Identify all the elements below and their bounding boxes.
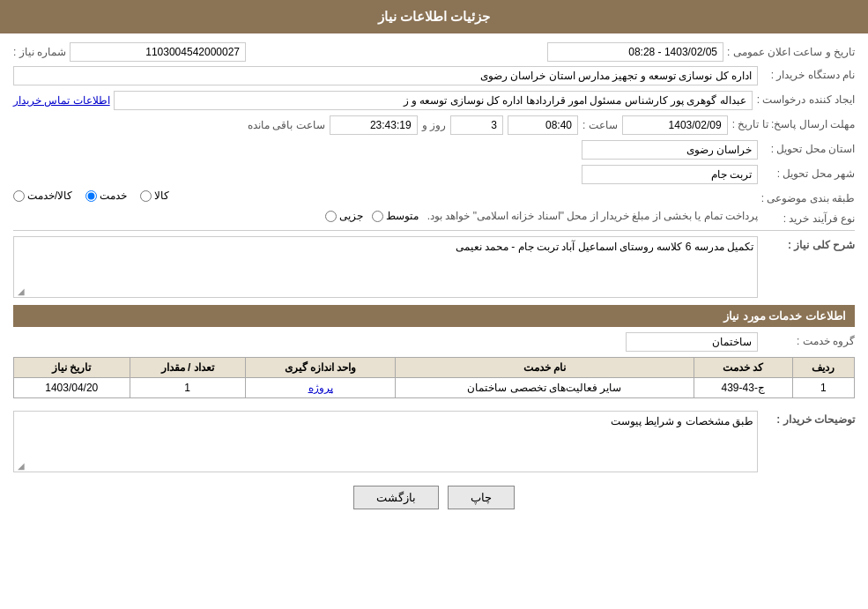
category-radio-khedmat[interactable] [85, 190, 97, 202]
city-content: تربت جام [13, 165, 758, 184]
resize-handle-1: ◢ [16, 286, 25, 295]
purchase-type-label-mutawasset: متوسط [386, 210, 419, 222]
response-time-label: ساعت : [582, 119, 618, 131]
need-description-content: تکمیل مدرسه 6 کلاسه روستای اسماعیل آباد … [13, 236, 758, 298]
response-days-label: روز و [422, 119, 446, 131]
creator-contact-link[interactable]: اطلاعات تماس خریدار [13, 94, 110, 107]
divider-1 [13, 230, 855, 231]
services-section-title: اطلاعات خدمات مورد نیاز [13, 305, 855, 327]
purchase-type-mutawasset: متوسط [372, 210, 419, 222]
buyer-desc-box: طبق مشخصات و شرایط پیوست ◢ [13, 411, 758, 472]
cell-unit[interactable]: پروژه [245, 378, 395, 398]
resize-handle-2: ◢ [16, 461, 25, 470]
response-deadline-content: 1403/02/09 ساعت : 08:40 3 روز و 23:43:19… [13, 115, 728, 135]
purchase-note: پرداخت تمام یا بخشی از مبلغ خریدار از مح… [427, 210, 758, 222]
province-label: استان محل تحویل : [758, 140, 855, 155]
services-table-body: 1 ج-43-439 سایر فعالیت‌های تخصصی ساختمان… [14, 378, 855, 398]
purchase-type-radio-mutawasset[interactable] [372, 211, 383, 222]
response-remaining-value: 23:43:19 [330, 115, 418, 135]
city-value: تربت جام [582, 165, 758, 184]
buyer-org-row: نام دستگاه خریدار : اداره کل نوسازی توسع… [13, 66, 855, 85]
category-radio-group: کالا/خدمت خدمت کالا [13, 189, 757, 202]
need-description-row: شرح کلی نیاز : تکمیل مدرسه 6 کلاسه روستا… [13, 236, 855, 298]
cell-date: 1403/04/20 [14, 378, 130, 398]
category-radio-kala[interactable] [140, 190, 152, 202]
cell-service-name: سایر فعالیت‌های تخصصی ساختمان [396, 378, 694, 398]
col-row-num: ردیف [792, 358, 854, 378]
purchase-type-label: نوع فرآیند خرید : [758, 210, 855, 225]
col-date: تاریخ نیاز [14, 358, 130, 378]
table-row: 1 ج-43-439 سایر فعالیت‌های تخصصی ساختمان… [14, 378, 855, 398]
province-content: خراسان رضوی [13, 140, 758, 160]
category-label-khedmat: خدمت [100, 189, 127, 202]
back-button[interactable]: بازگشت [353, 486, 439, 509]
creator-label: ایجاد کننده درخواست : [753, 91, 855, 106]
top-info-row: تاریخ و ساعت اعلان عمومی : 1403/02/05 - … [13, 42, 855, 62]
need-description-text: تکمیل مدرسه 6 کلاسه روستای اسماعیل آباد … [456, 241, 753, 253]
province-value: خراسان رضوی [582, 140, 758, 160]
response-deadline-label: مهلت ارسال پاسخ: تا تاریخ : [728, 115, 855, 130]
page-title: جزئیات اطلاعات نیاز [378, 9, 490, 24]
services-table: ردیف کد خدمت نام خدمت واحد اندازه گیری ت… [13, 357, 855, 398]
creator-value: عبداله گوهری پور کارشناس مسئول امور قرار… [114, 91, 753, 110]
category-label-kala: کالا [154, 189, 169, 202]
page-header: جزئیات اطلاعات نیاز [0, 0, 868, 33]
print-button[interactable]: چاپ [448, 486, 515, 509]
page-wrapper: جزئیات اطلاعات نیاز تاریخ و ساعت اعلان ع… [0, 0, 868, 609]
button-row: چاپ بازگشت [13, 486, 855, 509]
need-number-group: 1103004542000027 شماره نیاز : [13, 42, 246, 62]
need-number-label: شماره نیاز : [13, 46, 66, 58]
category-label-kala-khedmat: کالا/خدمت [27, 189, 72, 202]
cell-quantity: 1 [130, 378, 245, 398]
buyer-org-content: اداره کل نوسازی توسعه و تجهیز مدارس استا… [13, 66, 758, 85]
announce-date-label: تاریخ و ساعت اعلان عمومی : [727, 46, 855, 58]
buyer-org-label: نام دستگاه خریدار : [758, 66, 855, 81]
announce-date-value: 1403/02/05 - 08:28 [547, 42, 723, 62]
purchase-type-row: نوع فرآیند خرید : پرداخت تمام یا بخشی از… [13, 210, 855, 225]
buyer-desc-label: توضیحات خریدار : [758, 411, 855, 426]
category-content: کالا/خدمت خدمت کالا [13, 189, 757, 202]
service-group-row: گروه خدمت : ساختمان [13, 332, 855, 352]
service-group-value: ساختمان [626, 332, 758, 352]
need-description-value: تکمیل مدرسه 6 کلاسه روستای اسماعیل آباد … [13, 236, 758, 298]
purchase-type-label-jozi: جزیی [339, 210, 363, 222]
col-unit: واحد اندازه گیری [245, 358, 395, 378]
buyer-desc-row: توضیحات خریدار : طبق مشخصات و شرایط پیوس… [13, 411, 855, 472]
purchase-type-content: پرداخت تمام یا بخشی از مبلغ خریدار از مح… [13, 210, 758, 222]
category-row: طبقه بندی موضوعی : کالا/خدمت خدمت کالا [13, 189, 855, 204]
announce-date-group: تاریخ و ساعت اعلان عمومی : 1403/02/05 - … [547, 42, 855, 62]
response-deadline-row: مهلت ارسال پاسخ: تا تاریخ : 1403/02/09 س… [13, 115, 855, 135]
col-quantity: تعداد / مقدار [130, 358, 245, 378]
cell-service-code: ج-43-439 [694, 378, 792, 398]
category-option-kala: کالا [140, 189, 169, 202]
service-group-label: گروه خدمت : [758, 332, 855, 347]
purchase-type-joz'i: جزیی [325, 210, 363, 222]
service-group-content: ساختمان [13, 332, 758, 352]
response-date-value: 1403/02/09 [622, 115, 728, 135]
purchase-type-radio-jozi[interactable] [325, 211, 337, 222]
col-service-name: نام خدمت [396, 358, 694, 378]
province-row: استان محل تحویل : خراسان رضوی [13, 140, 855, 160]
need-number-value: 1103004542000027 [70, 42, 246, 62]
buyer-desc-content: طبق مشخصات و شرایط پیوست ◢ [13, 411, 758, 472]
creator-content: عبداله گوهری پور کارشناس مسئول امور قرار… [13, 91, 753, 110]
category-label: طبقه بندی موضوعی : [757, 189, 855, 204]
col-service-code: کد خدمت [694, 358, 792, 378]
city-row: شهر محل تحویل : تربت جام [13, 165, 855, 184]
city-label: شهر محل تحویل : [758, 165, 855, 180]
category-option-khedmat: خدمت [85, 189, 127, 202]
need-description-label: شرح کلی نیاز : [758, 236, 855, 251]
creator-row: ایجاد کننده درخواست : عبداله گوهری پور ک… [13, 91, 855, 110]
services-table-head: ردیف کد خدمت نام خدمت واحد اندازه گیری ت… [14, 358, 855, 378]
category-option-kala-khedmat: کالا/خدمت [13, 189, 72, 202]
category-radio-kala-khedmat[interactable] [13, 190, 25, 202]
response-time-value: 08:40 [508, 115, 578, 135]
buyer-desc-text: طبق مشخصات و شرایط پیوست [611, 415, 753, 427]
response-remaining-label: ساعت باقی مانده [248, 119, 325, 131]
purchase-type-group: پرداخت تمام یا بخشی از مبلغ خریدار از مح… [13, 210, 758, 222]
services-table-header-row: ردیف کد خدمت نام خدمت واحد اندازه گیری ت… [14, 358, 855, 378]
buyer-org-value: اداره کل نوسازی توسعه و تجهیز مدارس استا… [13, 66, 758, 85]
content-area: تاریخ و ساعت اعلان عمومی : 1403/02/05 - … [0, 33, 868, 527]
response-days-value: 3 [450, 115, 503, 135]
cell-row-num: 1 [792, 378, 854, 398]
